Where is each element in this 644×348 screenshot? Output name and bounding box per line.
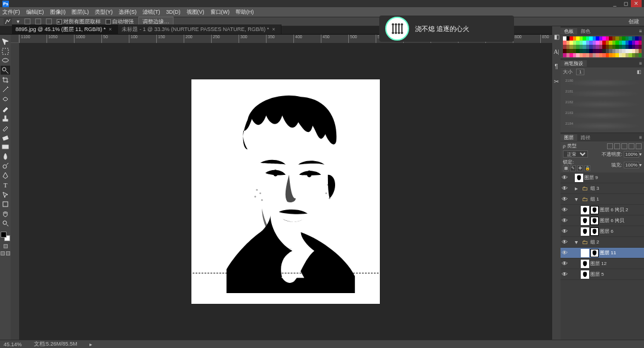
- ruler-origin[interactable]: [11, 35, 19, 43]
- brush-preset[interactable]: 2184: [564, 122, 640, 130]
- document-tab-1[interactable]: 8895.jpg @ 45.1% (图层 11, RGB/8) *×: [12, 24, 118, 34]
- fold-icon[interactable]: ▸: [575, 185, 581, 192]
- filter-pixel-icon[interactable]: [607, 143, 613, 149]
- layer-name[interactable]: 图层 6: [600, 228, 642, 235]
- swatch[interactable]: [639, 49, 642, 53]
- brush-preset[interactable]: 2182: [564, 100, 640, 109]
- swatch[interactable]: [639, 45, 642, 49]
- zoom-level[interactable]: 45.14%: [4, 341, 22, 347]
- fold-icon[interactable]: ▾: [575, 239, 581, 245]
- visibility-toggle[interactable]: 👁: [561, 228, 569, 235]
- brush-toggle-icon[interactable]: ◧: [637, 69, 642, 75]
- layer-name[interactable]: 组 1: [590, 196, 642, 202]
- sub-selection-icon[interactable]: [46, 19, 52, 24]
- pen-tool-icon[interactable]: [1, 171, 10, 180]
- layer-row[interactable]: 👁图层 5: [561, 269, 644, 280]
- close-button[interactable]: ✕: [631, 0, 642, 7]
- current-tool-icon[interactable]: [4, 18, 12, 25]
- brush-preset[interactable]: 2183: [564, 111, 640, 119]
- layer-name[interactable]: 图层 6 拷贝 2: [600, 207, 642, 213]
- layer-name[interactable]: 图层 12: [590, 260, 642, 267]
- visibility-toggle[interactable]: 👁: [561, 207, 569, 213]
- menu-filter[interactable]: 滤镜(T): [143, 8, 160, 16]
- panel-menu-icon[interactable]: ≡: [636, 135, 644, 140]
- layer-thumbnail[interactable]: [581, 217, 589, 225]
- lock-pos-icon[interactable]: ✥: [577, 165, 583, 171]
- lock-all-icon[interactable]: 🔒: [584, 165, 590, 171]
- layer-name[interactable]: 图层 6 拷贝: [600, 217, 642, 224]
- ruler-vertical[interactable]: [11, 43, 19, 340]
- layer-name[interactable]: 图层 5: [590, 271, 642, 278]
- visibility-toggle[interactable]: 👁: [561, 196, 569, 202]
- color-swatches[interactable]: [1, 232, 10, 241]
- mask-thumbnail[interactable]: [590, 217, 599, 225]
- fill-field[interactable]: 100%: [624, 162, 639, 168]
- mask-thumbnail[interactable]: [590, 249, 599, 257]
- layer-row[interactable]: 👁图层 6: [561, 226, 644, 237]
- lock-paint-icon[interactable]: ✎: [570, 165, 576, 171]
- tab-color[interactable]: 颜色: [577, 28, 594, 35]
- document-canvas[interactable]: [191, 79, 380, 304]
- visibility-toggle[interactable]: 👁: [561, 260, 569, 267]
- mask-thumbnail[interactable]: [590, 227, 599, 236]
- panel-menu-icon[interactable]: ≡: [636, 29, 644, 34]
- menu-image[interactable]: 图像(I): [50, 8, 66, 16]
- layer-group-row[interactable]: 👁▸🗀组 3: [561, 183, 644, 194]
- menu-help[interactable]: 帮助(H): [236, 8, 254, 16]
- swatch[interactable]: [639, 41, 642, 45]
- menu-select[interactable]: 选择(S): [119, 8, 137, 16]
- minimize-button[interactable]: _: [609, 0, 620, 7]
- move-tool-icon[interactable]: [1, 37, 10, 46]
- visibility-toggle[interactable]: 👁: [561, 250, 569, 256]
- brush-preset[interactable]: 2181: [564, 90, 640, 98]
- tab-brush-presets[interactable]: 画笔预设: [561, 60, 587, 67]
- swatch-grid[interactable]: [563, 36, 642, 57]
- eyedropper-tool-icon[interactable]: [1, 85, 10, 94]
- layer-row[interactable]: 👁图层 6 拷贝: [561, 215, 644, 226]
- layer-thumbnail[interactable]: [581, 270, 589, 279]
- blur-tool-icon[interactable]: [1, 152, 10, 161]
- layer-thumbnail[interactable]: [581, 249, 589, 257]
- menu-type[interactable]: 类型(Y): [95, 8, 113, 16]
- options-right-label[interactable]: 创建: [628, 18, 644, 26]
- layer-tree[interactable]: 👁图层 9👁▸🗀组 3👁▾🗀组 1👁图层 6 拷贝 2👁图层 6 拷贝👁图层 6…: [561, 173, 644, 340]
- filter-type-icon[interactable]: [621, 143, 627, 149]
- lasso-tool-icon[interactable]: [1, 56, 10, 65]
- brush-preset[interactable]: 2180: [564, 79, 640, 87]
- hand-tool-icon[interactable]: [1, 209, 10, 218]
- filter-shape-icon[interactable]: [628, 143, 634, 149]
- filter-adjust-icon[interactable]: [614, 143, 620, 149]
- canvas-viewport[interactable]: [19, 43, 552, 340]
- tab-layers[interactable]: 图层: [561, 134, 577, 141]
- menu-3d[interactable]: 3D(D): [166, 9, 181, 15]
- menu-view[interactable]: 视图(V): [187, 8, 205, 16]
- fold-icon[interactable]: ▾: [575, 196, 581, 202]
- zoom-tool-icon[interactable]: [1, 218, 10, 227]
- layer-thumbnail[interactable]: [581, 206, 589, 214]
- layer-row[interactable]: 👁图层 11: [561, 248, 644, 258]
- layer-filter-label[interactable]: ρ 类型: [563, 143, 577, 149]
- type-tool-icon[interactable]: T: [1, 180, 10, 189]
- screen-mode-toggle[interactable]: [1, 251, 10, 255]
- crop-tool-icon[interactable]: [1, 75, 10, 84]
- layer-group-row[interactable]: 👁▾🗀组 1: [561, 194, 644, 205]
- heal-tool-icon[interactable]: [1, 94, 10, 103]
- mask-thumbnail[interactable]: [590, 206, 599, 214]
- doc-info[interactable]: 文档:5.26M/85.5M: [34, 340, 78, 348]
- character-panel-icon[interactable]: A|: [553, 48, 559, 55]
- visibility-toggle[interactable]: 👁: [561, 217, 569, 224]
- layer-name[interactable]: 组 3: [590, 185, 642, 192]
- layer-group-row[interactable]: 👁▾🗀组 2: [561, 237, 644, 248]
- layer-row[interactable]: 👁图层 12: [561, 258, 644, 269]
- layer-row[interactable]: 👁图层 6 拷贝 2: [561, 205, 644, 215]
- filter-smart-icon[interactable]: [636, 143, 642, 149]
- brush-stroke-list[interactable]: 21802181218221832184: [561, 76, 644, 133]
- panel-menu-icon[interactable]: ≡: [636, 61, 644, 66]
- history-panel-icon[interactable]: ◧: [554, 33, 559, 40]
- new-selection-icon[interactable]: [24, 19, 30, 24]
- menu-layer[interactable]: 图层(L): [72, 8, 89, 16]
- dodge-tool-icon[interactable]: [1, 161, 10, 170]
- swatch[interactable]: [639, 36, 642, 41]
- maximize-button[interactable]: ◻: [620, 0, 631, 7]
- lock-trans-icon[interactable]: ▦: [563, 165, 569, 171]
